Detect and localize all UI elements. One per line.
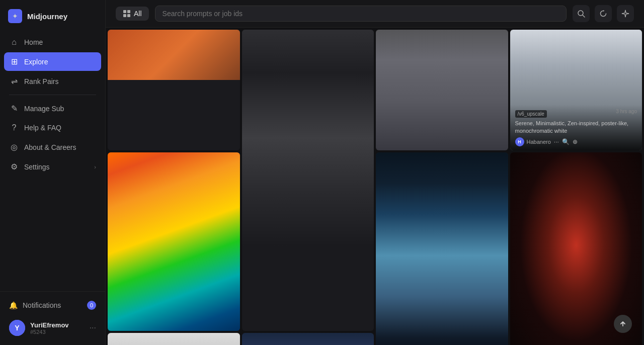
item-author: Habanero <box>527 139 551 145</box>
sparkle-icon <box>621 10 629 18</box>
username: YuriEfremov <box>30 321 85 329</box>
explore-icon: ⊞ <box>9 57 19 66</box>
edit-icon: ✎ <box>9 104 19 113</box>
svg-rect-2 <box>123 10 126 13</box>
notifications-item[interactable]: 🔔 Notifications 0 <box>4 297 101 314</box>
sparkle-button[interactable] <box>617 5 634 22</box>
svg-line-7 <box>583 15 585 17</box>
logo-icon: ✦ <box>8 9 22 23</box>
user-info: YuriEfremov #5243 <box>30 321 85 335</box>
arrow-up-icon <box>619 320 627 328</box>
app-logo[interactable]: ✦ Midjourney <box>0 0 105 31</box>
masonry-grid: /v6_upscale 3 hrs ago Serene, Minimalist… <box>106 28 644 345</box>
scroll-up-button[interactable] <box>614 315 632 333</box>
sidebar-item-manage-sub[interactable]: ✎ Manage Sub <box>4 99 101 118</box>
sidebar-item-about[interactable]: ◎ About & Careers <box>4 138 101 156</box>
sidebar-item-label: Rank Pairs <box>24 77 58 85</box>
all-filter-icon <box>123 10 131 18</box>
item-description: Serene, Minimalistic, Zen-inspired, post… <box>515 120 637 134</box>
about-icon: ◎ <box>9 142 19 152</box>
sidebar-item-label: Manage Sub <box>24 105 64 113</box>
search-input[interactable] <box>155 6 567 22</box>
search-icon <box>577 10 585 18</box>
topbar-icons <box>573 5 634 22</box>
sidebar-item-label: Settings <box>24 163 50 171</box>
item-overlay: /v6_upscale 3 hrs ago Serene, Minimalist… <box>510 105 642 150</box>
item-time: 3 hrs ago <box>616 109 637 114</box>
item-badge: /v6_upscale <box>515 110 547 118</box>
svg-text:Y: Y <box>15 324 20 332</box>
main-nav: ⌂ Home ⊞ Explore ⇌ Rank Pairs ✎ Manage S… <box>0 31 105 291</box>
sidebar-bottom: 🔔 Notifications 0 Y YuriEfremov #5243 ··… <box>0 291 105 345</box>
avatar: Y <box>9 320 25 336</box>
chevron-right-icon: › <box>94 164 96 170</box>
gallery-item-robot-woman[interactable] <box>376 152 508 345</box>
refresh-button[interactable] <box>595 5 612 22</box>
search-button[interactable] <box>573 5 590 22</box>
gallery-item-fantasy-castle[interactable] <box>108 152 240 331</box>
help-icon: ? <box>9 123 19 132</box>
svg-rect-5 <box>127 14 130 17</box>
refresh-icon <box>599 10 607 18</box>
rank-icon: ⇌ <box>9 76 19 86</box>
gallery: /v6_upscale 3 hrs ago Serene, Minimalist… <box>106 28 644 345</box>
sidebar-item-rank-pairs[interactable]: ⇌ Rank Pairs <box>4 72 101 91</box>
home-icon: ⌂ <box>9 38 19 47</box>
sidebar: ✦ Midjourney ⌂ Home ⊞ Explore ⇌ Rank Pai… <box>0 0 106 345</box>
user-discriminator: #5243 <box>30 329 85 335</box>
settings-icon: ⚙ <box>9 162 19 171</box>
sidebar-item-label: Home <box>24 38 43 46</box>
sidebar-item-label: Help & FAQ <box>24 124 61 132</box>
gallery-item-white-sculpture[interactable] <box>108 333 240 345</box>
nav-divider <box>9 95 96 95</box>
svg-rect-4 <box>123 14 126 17</box>
gallery-item-robed-figure[interactable] <box>242 30 374 331</box>
search-item-icon[interactable]: 🔍 <box>562 138 570 145</box>
topbar: All <box>106 0 644 28</box>
item-footer: H Habanero ··· 🔍 ⊕ <box>515 137 637 146</box>
more-icon[interactable]: ··· <box>554 138 559 145</box>
svg-rect-3 <box>127 10 130 13</box>
app-name: Midjourney <box>27 12 67 21</box>
sidebar-item-home[interactable]: ⌂ Home <box>4 33 101 51</box>
sidebar-item-explore[interactable]: ⊞ Explore <box>4 52 101 71</box>
sidebar-item-label: Explore <box>24 58 48 66</box>
bookmark-icon[interactable]: ⊕ <box>573 138 578 145</box>
gallery-item-stone-face[interactable] <box>376 30 508 150</box>
item-actions: ··· 🔍 ⊕ <box>554 138 578 145</box>
gallery-item-astronaut[interactable] <box>242 333 374 345</box>
notification-badge: 0 <box>87 301 96 310</box>
all-filter-button[interactable]: All <box>116 7 149 21</box>
main-content: All <box>106 0 644 345</box>
more-options-icon[interactable]: ··· <box>90 323 96 332</box>
all-filter-label: All <box>134 10 142 18</box>
bell-icon: 🔔 <box>9 301 18 309</box>
user-profile[interactable]: Y YuriEfremov #5243 ··· <box>4 316 101 340</box>
item-author-avatar: H <box>515 137 524 146</box>
sidebar-item-label: About & Careers <box>24 143 76 151</box>
sidebar-item-help-faq[interactable]: ? Help & FAQ <box>4 119 101 137</box>
gallery-item-floating-island[interactable]: /v6_upscale 3 hrs ago Serene, Minimalist… <box>510 30 642 150</box>
sidebar-item-settings[interactable]: ⚙ Settings › <box>4 157 101 176</box>
notifications-label: Notifications <box>23 301 61 309</box>
gallery-item-top-crop[interactable] <box>108 30 240 150</box>
